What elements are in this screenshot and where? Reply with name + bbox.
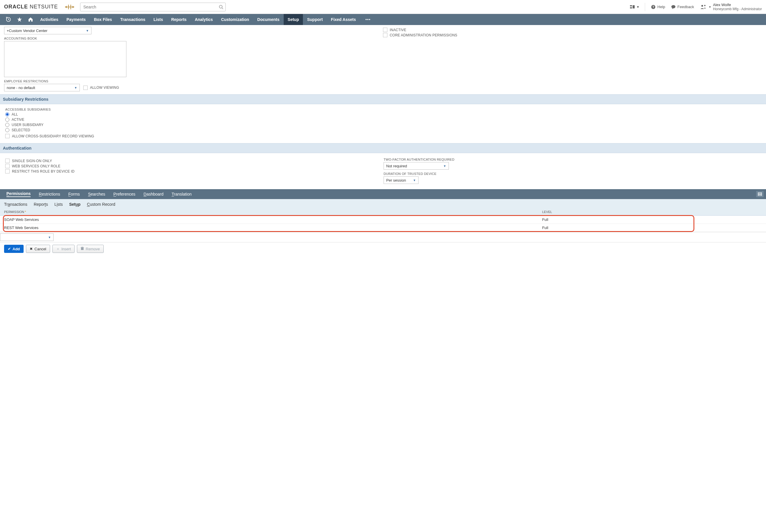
tfa-required-value: Not required [386, 164, 407, 168]
inactive-checkbox[interactable] [383, 28, 387, 32]
nav-reports[interactable]: Reports [167, 14, 191, 25]
cross-subsidiary-checkbox[interactable] [5, 134, 10, 138]
permission-edit-row: ▼ [0, 232, 766, 242]
subtab-transactions[interactable]: Transactions [4, 202, 27, 207]
remove-button[interactable]: Remove [77, 245, 103, 253]
subsidiary-radio-label: SELECTED [12, 128, 30, 132]
nav-fixed-assets[interactable]: Fixed Assets [327, 14, 360, 25]
svg-point-15 [704, 5, 706, 6]
subsidiary-radio-all[interactable] [5, 112, 9, 116]
help-link[interactable]: ? Help [651, 5, 665, 9]
tab-preferences[interactable]: Preferences [109, 189, 139, 199]
expand-subtabs-icon[interactable] [756, 191, 764, 197]
tab-restrictions[interactable]: Restrictions [35, 189, 64, 199]
core-admin-checkbox[interactable] [383, 33, 387, 37]
chevron-down-icon: ▼ [413, 179, 416, 182]
subtab-lists[interactable]: Lists [54, 202, 63, 207]
tab-forms[interactable]: Forms [64, 189, 84, 199]
home-icon[interactable] [25, 14, 36, 25]
nav-box-files[interactable]: Box Files [90, 14, 116, 25]
close-icon: ✖ [30, 247, 33, 251]
subsidiary-radio-user-subsidiary[interactable] [5, 123, 9, 127]
nav-analytics[interactable]: Analytics [191, 14, 217, 25]
oracle-netsuite-logo: ORACLE NETSUITE [4, 4, 58, 10]
chevron-down-icon: ▼ [74, 86, 77, 89]
separator [645, 3, 645, 11]
nav-payments[interactable]: Payments [62, 14, 90, 25]
allow-viewing-label: ALLOW VIEWING [90, 86, 119, 90]
ws-only-checkbox[interactable] [5, 164, 10, 168]
nav-transactions[interactable]: Transactions [116, 14, 149, 25]
brand-netsuite: NETSUITE [30, 4, 58, 10]
inactive-label: INACTIVE [390, 28, 406, 32]
device-checkbox[interactable] [5, 169, 10, 173]
table-row[interactable]: SOAP Web ServicesFull [0, 216, 766, 224]
insert-label: Insert [61, 247, 71, 251]
feedback-link[interactable]: Feedback [671, 5, 694, 9]
permission-picker[interactable]: ▼ [0, 233, 54, 241]
nav-setup[interactable]: Setup [284, 14, 303, 25]
cancel-button[interactable]: ✖ Cancel [26, 245, 50, 253]
trusted-duration-label: DURATION OF TRUSTED DEVICE [384, 172, 762, 175]
insert-button[interactable]: ＋ Insert [52, 245, 75, 253]
subsidiary-radio-label: USER SUBSIDIARY [12, 123, 43, 127]
svg-point-12 [671, 5, 675, 8]
trash-icon [81, 247, 84, 251]
center-type-value: +Custom Vendor Center [7, 29, 47, 33]
column-level: LEVEL [542, 210, 762, 214]
trusted-duration-select[interactable]: Per session ▼ [384, 176, 419, 184]
search-icon[interactable] [219, 5, 224, 10]
svg-rect-22 [758, 193, 762, 194]
tab-dashboard[interactable]: Dashboard [139, 189, 168, 199]
sso-checkbox[interactable] [5, 159, 10, 163]
svg-rect-9 [633, 5, 635, 8]
shortcuts-icon[interactable]: ▾ [630, 5, 639, 9]
subsidiary-radio-active[interactable] [5, 118, 9, 122]
check-icon: ✔ [8, 247, 11, 251]
recent-records-icon[interactable] [3, 14, 14, 25]
svg-rect-8 [630, 7, 632, 8]
nav-customization[interactable]: Customization [217, 14, 253, 25]
tab-permissions[interactable]: Permissions [2, 189, 35, 199]
svg-line-6 [222, 8, 223, 9]
subtabs-bar: PermissionsRestrictionsFormsSearchesPref… [0, 189, 766, 199]
add-button[interactable]: ✔ Add [4, 245, 24, 253]
brand-oracle: ORACLE [4, 4, 28, 10]
svg-point-20 [367, 19, 368, 20]
subtab-reports[interactable]: Reports [34, 202, 48, 207]
user-menu[interactable]: ▾ Alex Wolfe Honeycomb Mfg - Administrat… [700, 3, 762, 11]
ws-only-label: WEB SERVICES ONLY ROLE [12, 164, 60, 168]
tab-translation[interactable]: Translation [167, 189, 196, 199]
accounting-book-field[interactable] [4, 41, 126, 77]
employee-restrictions-label: EMPLOYEE RESTRICTIONS [4, 79, 383, 83]
subtab-setup[interactable]: Setup [69, 202, 81, 207]
sso-label: SINGLE SIGN-ON ONLY [12, 159, 52, 163]
allow-viewing-checkbox[interactable] [83, 86, 88, 90]
employee-restrictions-select[interactable]: none - no default ▼ [4, 84, 80, 91]
feedback-label: Feedback [678, 5, 694, 9]
svg-rect-24 [81, 248, 84, 250]
svg-marker-3 [72, 6, 74, 8]
tab-searches[interactable]: Searches [84, 189, 109, 199]
main-nav: ActivitiesPaymentsBox FilesTransactionsL… [0, 14, 766, 25]
subsidiary-radio-label: ALL [12, 112, 18, 116]
user-role: Honeycomb Mfg - Administrator [713, 7, 762, 11]
tfa-required-select[interactable]: Not required ▼ [384, 162, 449, 170]
nav-overflow-icon[interactable] [361, 14, 375, 25]
nav-activities[interactable]: Activities [36, 14, 62, 25]
help-label: Help [657, 5, 665, 9]
svg-rect-26 [82, 247, 83, 247]
nav-support[interactable]: Support [303, 14, 327, 25]
nav-lists[interactable]: Lists [149, 14, 167, 25]
remove-label: Remove [86, 247, 100, 251]
search-input[interactable] [80, 3, 226, 11]
table-row[interactable]: REST Web ServicesFull [0, 224, 766, 232]
nav-documents[interactable]: Documents [253, 14, 283, 25]
chevron-down-icon: ▼ [48, 236, 51, 239]
subsidiary-radio-label: ACTIVE [12, 118, 24, 122]
center-type-select[interactable]: +Custom Vendor Center ▼ [4, 27, 91, 34]
shortcuts-star-icon[interactable] [14, 14, 25, 25]
subsidiary-radio-selected[interactable] [5, 128, 9, 132]
device-label: RESTRICT THIS ROLE BY DEVICE ID [12, 169, 74, 173]
subtab-custom-record[interactable]: Custom Record [87, 202, 115, 207]
